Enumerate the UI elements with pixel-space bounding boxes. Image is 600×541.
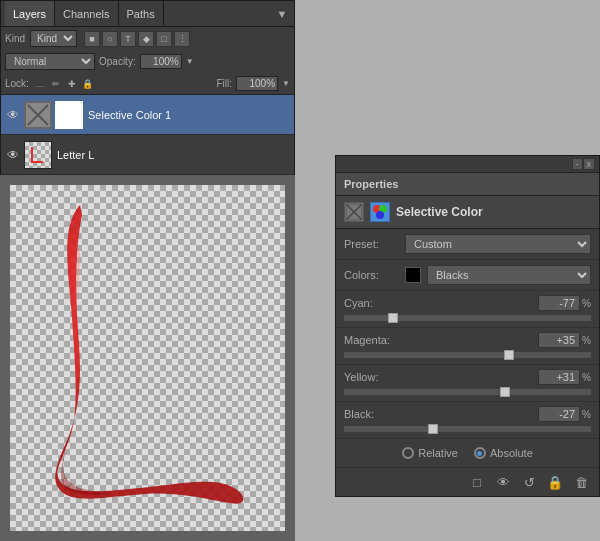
kind-icon-pixel[interactable]: ■ bbox=[84, 31, 100, 47]
lock-row: Lock: … ✏ ✚ 🔒 Fill: ▼ bbox=[1, 73, 294, 95]
lock-all-icon[interactable]: 🔒 bbox=[81, 77, 95, 91]
opacity-input[interactable] bbox=[140, 54, 182, 69]
layer-visibility-2[interactable]: 👁 bbox=[5, 147, 21, 163]
cyan-pct: % bbox=[582, 298, 591, 309]
collapse-btn-1[interactable]: - bbox=[572, 158, 583, 170]
panel-tabs: Layers Channels Paths ▼ bbox=[1, 1, 294, 27]
radio-row: Relative Absolute bbox=[336, 439, 599, 468]
letter-l-container bbox=[20, 195, 280, 525]
colors-row: Colors: Blacks bbox=[336, 260, 599, 291]
properties-header: Properties bbox=[336, 173, 599, 196]
kind-icon-more[interactable]: ⋮ bbox=[174, 31, 190, 47]
yellow-label: Yellow: bbox=[344, 371, 378, 383]
tab-channels[interactable]: Channels bbox=[55, 1, 118, 26]
sel-color-icon bbox=[344, 202, 364, 222]
radio-absolute[interactable]: Absolute bbox=[474, 447, 533, 459]
layer-list: 👁 Selective Color 1 👁 Letter L bbox=[1, 95, 294, 175]
lock-pixel-icon[interactable]: … bbox=[33, 77, 47, 91]
cyan-thumb[interactable] bbox=[388, 313, 398, 323]
cyan-value-container: % bbox=[538, 295, 591, 311]
fill-label: Fill: bbox=[217, 78, 233, 89]
magenta-label: Magenta: bbox=[344, 334, 390, 346]
bottom-icon-thumb[interactable]: □ bbox=[467, 472, 487, 492]
yellow-track[interactable] bbox=[344, 389, 591, 395]
cyan-input[interactable] bbox=[538, 295, 580, 311]
panel-bottom-bar: □ 👁 ↺ 🔒 🗑 bbox=[336, 468, 599, 496]
magenta-slider-header: Magenta: % bbox=[344, 332, 591, 348]
bottom-icon-view[interactable]: 🔒 bbox=[545, 472, 565, 492]
kind-row: Kind Kind ■ ○ T ◆ □ ⋮ bbox=[1, 27, 294, 50]
opacity-label: Opacity: bbox=[99, 56, 136, 67]
lock-label: Lock: bbox=[5, 78, 29, 89]
black-slider-section: Black: % bbox=[336, 402, 599, 439]
kind-icon-adjust[interactable]: ○ bbox=[102, 31, 118, 47]
bottom-icon-delete[interactable]: 🗑 bbox=[571, 472, 591, 492]
bottom-icon-reset[interactable]: ↺ bbox=[519, 472, 539, 492]
black-value-container: % bbox=[538, 406, 591, 422]
magenta-track[interactable] bbox=[344, 352, 591, 358]
colors-select[interactable]: Blacks bbox=[427, 265, 591, 285]
canvas-area bbox=[0, 175, 295, 541]
magenta-thumb[interactable] bbox=[504, 350, 514, 360]
kind-icon-shape[interactable]: ◆ bbox=[138, 31, 154, 47]
fill-input[interactable] bbox=[236, 76, 278, 91]
kind-label: Kind bbox=[5, 33, 25, 44]
black-slider-header: Black: % bbox=[344, 406, 591, 422]
cyan-slider-section: Cyan: % bbox=[336, 291, 599, 328]
blend-row: Normal Opacity: ▼ bbox=[1, 50, 294, 73]
radio-absolute-label: Absolute bbox=[490, 447, 533, 459]
properties-panel: - x Properties Selective Color Preset: C… bbox=[335, 155, 600, 497]
radio-relative-circle[interactable] bbox=[402, 447, 414, 459]
kind-icons: ■ ○ T ◆ □ ⋮ bbox=[84, 31, 190, 47]
blend-mode-select[interactable]: Normal bbox=[5, 53, 95, 70]
layer-mask-thumb bbox=[55, 101, 83, 129]
panel-collapse-row: - x bbox=[336, 156, 599, 173]
collapse-btn-2[interactable]: x bbox=[583, 158, 596, 170]
kind-select[interactable]: Kind bbox=[30, 30, 77, 47]
layer-thumb-selective bbox=[24, 101, 52, 129]
radio-relative-label: Relative bbox=[418, 447, 458, 459]
kind-icon-smart[interactable]: □ bbox=[156, 31, 172, 47]
black-label: Black: bbox=[344, 408, 374, 420]
lock-icons: … ✏ ✚ 🔒 bbox=[33, 77, 95, 91]
layer-item-selective-color[interactable]: 👁 Selective Color 1 bbox=[1, 95, 294, 135]
preset-select[interactable]: Custom bbox=[405, 234, 591, 254]
layer-visibility-1[interactable]: 👁 bbox=[5, 107, 21, 123]
layer-thumb-letter bbox=[24, 141, 52, 169]
magenta-pct: % bbox=[582, 335, 591, 346]
magenta-slider-section: Magenta: % bbox=[336, 328, 599, 365]
layer-item-letter-l[interactable]: 👁 Letter L bbox=[1, 135, 294, 175]
yellow-input[interactable] bbox=[538, 369, 580, 385]
layer-name-1: Selective Color 1 bbox=[88, 109, 290, 121]
sel-color-title: Selective Color bbox=[396, 205, 483, 219]
svg-point-8 bbox=[376, 211, 384, 219]
lock-move-icon[interactable]: ✚ bbox=[65, 77, 79, 91]
opacity-arrow[interactable]: ▼ bbox=[186, 57, 194, 66]
properties-title: Properties bbox=[344, 178, 398, 190]
yellow-value-container: % bbox=[538, 369, 591, 385]
black-track[interactable] bbox=[344, 426, 591, 432]
yellow-thumb[interactable] bbox=[500, 387, 510, 397]
kind-icon-text[interactable]: T bbox=[120, 31, 136, 47]
tab-layers[interactable]: Layers bbox=[5, 1, 55, 26]
colors-label: Colors: bbox=[344, 269, 399, 281]
fill-arrow[interactable]: ▼ bbox=[282, 79, 290, 88]
lock-position-icon[interactable]: ✏ bbox=[49, 77, 63, 91]
cyan-track[interactable] bbox=[344, 315, 591, 321]
black-input[interactable] bbox=[538, 406, 580, 422]
yellow-slider-header: Yellow: % bbox=[344, 369, 591, 385]
layers-panel: Layers Channels Paths ▼ Kind Kind ■ ○ T … bbox=[0, 0, 295, 176]
magenta-value-container: % bbox=[538, 332, 591, 348]
bottom-icon-eye[interactable]: 👁 bbox=[493, 472, 513, 492]
radio-relative[interactable]: Relative bbox=[402, 447, 458, 459]
tab-paths[interactable]: Paths bbox=[119, 1, 164, 26]
black-pct: % bbox=[582, 409, 591, 420]
panel-menu-button[interactable]: ▼ bbox=[274, 6, 290, 22]
black-thumb[interactable] bbox=[428, 424, 438, 434]
magenta-input[interactable] bbox=[538, 332, 580, 348]
radio-absolute-circle[interactable] bbox=[474, 447, 486, 459]
sel-color-header: Selective Color bbox=[336, 196, 599, 229]
color-swatch bbox=[405, 267, 421, 283]
layer-name-2: Letter L bbox=[57, 149, 290, 161]
yellow-pct: % bbox=[582, 372, 591, 383]
